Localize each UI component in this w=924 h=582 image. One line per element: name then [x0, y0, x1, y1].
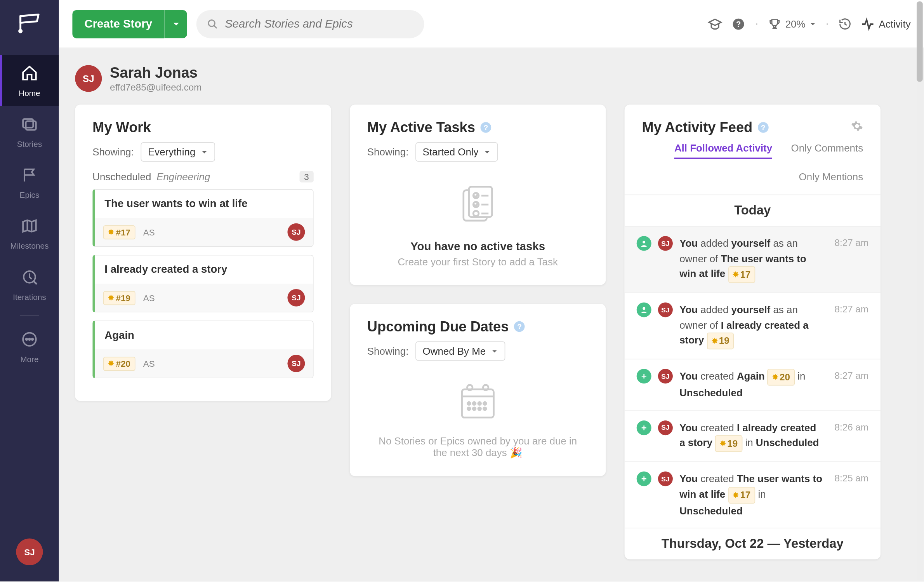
create-story-button[interactable]: Create Story [72, 10, 164, 38]
svg-point-31 [643, 241, 645, 244]
story-card[interactable]: The user wants to win at life #17 AS SJ [92, 189, 314, 247]
showing-label: Showing: [367, 345, 409, 357]
svg-text:?: ? [736, 19, 741, 28]
user-email: effd7e85@uifeed.com [110, 82, 201, 93]
feed-time: 8:27 am [835, 302, 868, 349]
group-team: Engineering [156, 171, 210, 182]
caret-down-icon [809, 21, 816, 27]
feed-tab-comments[interactable]: Only Comments [791, 142, 863, 159]
story-card[interactable]: I already created a story #19 AS SJ [92, 255, 314, 312]
story-chip[interactable]: 17 [728, 486, 755, 503]
flag-icon [21, 166, 38, 188]
separator: · [755, 16, 759, 31]
story-chip[interactable]: 19 [715, 435, 742, 452]
nav-more[interactable]: More [0, 321, 59, 372]
svg-rect-12 [469, 186, 492, 217]
story-owner-avatar[interactable]: SJ [287, 289, 305, 307]
caret-down-icon [491, 348, 498, 354]
feed-item[interactable]: SJ You created I already created a story… [625, 410, 881, 461]
plus-icon [637, 420, 651, 435]
story-id-chip[interactable]: #17 [103, 225, 135, 239]
nav-milestones[interactable]: Milestones [0, 208, 59, 259]
work-group-header: Unscheduled Engineering 3 [92, 171, 314, 182]
feed-time: 8:25 am [835, 471, 868, 518]
feed-item[interactable]: SJ You created The user wants to win at … [625, 461, 881, 528]
svg-point-24 [473, 402, 476, 405]
nav-label: Milestones [10, 241, 49, 251]
due-filter-dropdown[interactable]: Owned By Me [415, 342, 505, 361]
feed-date-today: Today [625, 195, 881, 226]
feed-avatar: SJ [658, 471, 673, 486]
svg-point-21 [467, 385, 472, 390]
feed-item[interactable]: SJ You added yourself as an owner of I a… [625, 293, 881, 359]
svg-rect-2 [26, 121, 36, 130]
story-chip[interactable]: 19 [707, 333, 734, 349]
showing-label: Showing: [92, 146, 134, 157]
scrollbar-thumb[interactable] [917, 1, 923, 82]
main: Create Story ? · 20% · [59, 0, 924, 581]
feed-tab-all[interactable]: All Followed Activity [674, 142, 772, 159]
scrollbar[interactable] [917, 1, 923, 580]
story-owner-avatar[interactable]: SJ [287, 355, 305, 372]
stories-icon [21, 115, 38, 137]
svg-point-22 [483, 385, 488, 390]
feed-item[interactable]: SJ You added yourself as an owner of The… [625, 226, 881, 293]
nav-label: Epics [20, 190, 40, 200]
my-work-card: My Work Showing: Everything Unscheduled … [75, 105, 331, 401]
user-header: SJ Sarah Jonas effd7e85@uifeed.com [75, 64, 908, 92]
svg-point-23 [467, 402, 470, 405]
svg-point-8 [208, 20, 215, 26]
search-box[interactable] [196, 10, 424, 38]
feed-avatar: SJ [658, 369, 673, 383]
tasks-filter-dropdown[interactable]: Started Only [415, 142, 498, 162]
plus-icon [637, 369, 651, 383]
activity-link[interactable]: Activity [861, 17, 911, 31]
gear-icon[interactable] [851, 119, 863, 135]
create-story-dropdown[interactable] [164, 10, 187, 38]
nav-stories[interactable]: Stories [0, 106, 59, 157]
story-id-chip[interactable]: #20 [103, 356, 135, 370]
nav-label: Stories [17, 139, 42, 149]
svg-point-26 [483, 402, 486, 405]
nav-home[interactable]: Home [0, 55, 59, 106]
feed-item[interactable]: SJ You created Again 20 in Unscheduled 8… [625, 359, 881, 410]
nav-iterations[interactable]: Iterations [0, 259, 59, 310]
story-chip[interactable]: 20 [768, 369, 795, 385]
card-title: My Activity Feed [642, 119, 753, 135]
search-input[interactable] [225, 17, 413, 31]
svg-point-28 [473, 408, 476, 410]
help-icon[interactable]: ? [758, 122, 769, 133]
help-icon[interactable]: ? [732, 17, 745, 31]
story-owner-avatar[interactable]: SJ [287, 223, 305, 241]
filter-value: Owned By Me [423, 345, 486, 357]
education-icon[interactable] [708, 16, 723, 31]
app-logo[interactable] [16, 9, 43, 36]
map-icon [21, 217, 38, 239]
story-id-chip[interactable]: #19 [103, 291, 135, 305]
nav-epics[interactable]: Epics [0, 157, 59, 208]
my-work-filter-dropdown[interactable]: Everything [141, 142, 215, 162]
svg-point-7 [32, 338, 33, 340]
card-title: Upcoming Due Dates [367, 319, 509, 335]
search-icon [207, 18, 218, 30]
pulse-icon [861, 17, 875, 31]
progress-dropdown[interactable]: 20% [768, 17, 816, 31]
feed-avatar: SJ [658, 420, 673, 435]
story-card[interactable]: Again #20 AS SJ [92, 321, 314, 378]
history-icon[interactable] [839, 17, 852, 31]
create-story-group: Create Story [72, 10, 187, 38]
story-chip[interactable]: 17 [728, 266, 755, 283]
feed-time: 8:27 am [835, 236, 868, 283]
help-icon[interactable]: ? [481, 122, 492, 133]
svg-point-30 [483, 408, 486, 410]
current-user-avatar[interactable]: SJ [16, 538, 43, 565]
group-count: 3 [299, 171, 314, 182]
svg-rect-1 [23, 119, 33, 127]
feed-tab-mentions[interactable]: Only Mentions [799, 171, 863, 186]
group-status: Unscheduled [92, 171, 151, 182]
story-assignee: AS [143, 227, 155, 237]
help-icon[interactable]: ? [514, 321, 525, 332]
feed-text: You created I already created a story 19… [679, 420, 822, 452]
feed-avatar: SJ [658, 302, 673, 317]
feed-text: You created Again 20 in Unscheduled [679, 369, 822, 401]
